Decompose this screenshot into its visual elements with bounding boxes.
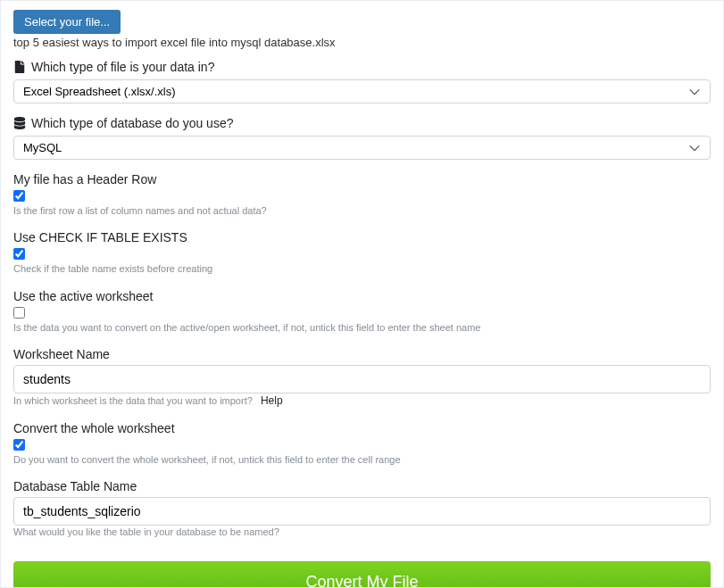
- select-file-button[interactable]: Select your file...: [13, 10, 121, 34]
- active-worksheet-label: Use the active worksheet: [13, 289, 711, 303]
- table-name-input[interactable]: [13, 497, 711, 526]
- whole-worksheet-label: Convert the whole worksheet: [13, 421, 711, 435]
- check-table-label: Use CHECK IF TABLE EXISTS: [13, 230, 711, 244]
- active-worksheet-help: Is the data you want to convert on the a…: [13, 321, 711, 335]
- whole-worksheet-checkbox[interactable]: [13, 439, 25, 451]
- worksheet-name-label: Worksheet Name: [13, 347, 711, 361]
- selected-filename: top 5 easiest ways to import excel file …: [13, 36, 711, 49]
- file-icon: [13, 61, 26, 73]
- file-type-select[interactable]: Excel Spreadsheet (.xlsx/.xls): [13, 79, 711, 104]
- db-type-label: Which type of database do you use?: [31, 116, 233, 130]
- table-name-help: What would you like the table in your da…: [13, 526, 711, 539]
- worksheet-help-link[interactable]: Help: [261, 394, 283, 407]
- worksheet-name-input[interactable]: [13, 365, 711, 393]
- header-row-checkbox[interactable]: [13, 190, 25, 202]
- check-table-checkbox[interactable]: [13, 248, 25, 260]
- convert-button[interactable]: Convert My File: [13, 561, 711, 588]
- whole-worksheet-help: Do you want to convert the whole workshe…: [13, 453, 711, 467]
- db-type-select[interactable]: MySQL: [13, 136, 711, 160]
- worksheet-name-help: In which worksheet is the data that you …: [13, 395, 253, 406]
- active-worksheet-checkbox[interactable]: [13, 307, 25, 319]
- header-row-label: My file has a Header Row: [13, 172, 711, 186]
- file-type-label: Which type of file is your data in?: [31, 60, 214, 74]
- check-table-help: Check if the table name exists before cr…: [13, 262, 711, 276]
- database-icon: [13, 117, 26, 129]
- table-name-label: Database Table Name: [13, 479, 711, 493]
- header-row-help: Is the first row a list of column names …: [13, 204, 711, 218]
